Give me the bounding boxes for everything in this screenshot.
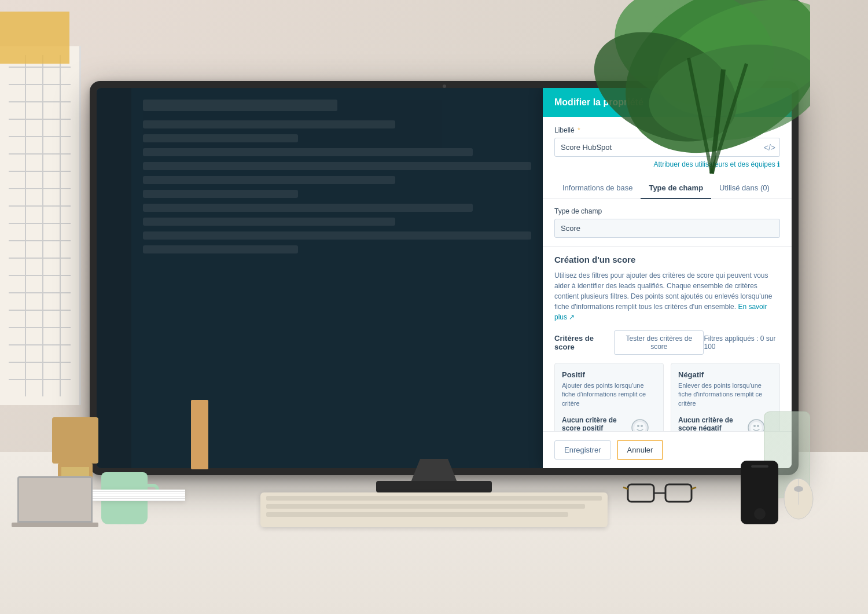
svg-point-10 [637, 425, 639, 427]
sticky-note [0, 12, 69, 64]
eyeglasses [622, 479, 697, 513]
svg-point-15 [753, 425, 756, 427]
criteria-bar: Critères de score Tester des critères de… [554, 330, 780, 355]
plant-decoration [550, 0, 810, 243]
monitor-base [376, 481, 492, 492]
positive-empty-title: Aucun critère de score positif [562, 416, 623, 431]
svg-point-25 [794, 486, 803, 492]
svg-point-16 [757, 425, 759, 427]
laptop [17, 476, 98, 527]
negative-title: Négatif [678, 370, 773, 379]
cancel-button[interactable]: Annuler [617, 440, 664, 460]
negative-empty-state: Aucun critère de score négatif Pour comm… [678, 416, 773, 431]
score-description: Utilisez des filtres pour ajouter des cr… [554, 270, 780, 322]
negative-empty-text: Aucun critère de score négatif Pour comm… [678, 416, 739, 431]
score-title: Création d'un score [554, 255, 780, 264]
criteria-grid: Positif Ajouter des points lorsqu'une fi… [554, 363, 780, 431]
filters-count: Filtres appliqués : 0 sur 100 [704, 334, 780, 351]
positive-empty-text: Aucun critère de score positif Pour comm… [562, 416, 623, 431]
svg-rect-19 [665, 484, 692, 502]
mouse[interactable] [781, 473, 816, 524]
save-button[interactable]: Enregistrer [554, 440, 611, 459]
svg-point-11 [641, 425, 643, 427]
positive-empty-state: Aucun critère de score positif Pour comm… [562, 416, 656, 431]
negative-empty-title: Aucun critère de score négatif [678, 416, 739, 431]
positive-title: Positif [562, 370, 656, 379]
test-criteria-button[interactable]: Tester des critères de score [614, 330, 704, 355]
wooden-box [52, 417, 98, 464]
positive-card: Positif Ajouter des points lorsqu'une fi… [554, 363, 664, 431]
positive-search-illustration [627, 416, 656, 431]
pencils [191, 400, 208, 469]
criteria-label: Critères de score [554, 334, 608, 351]
negative-subtitle: Enlever des points lorsqu'une fiche d'in… [678, 381, 773, 408]
peg-board [0, 46, 81, 405]
keyboard[interactable] [260, 492, 608, 527]
notebook [93, 490, 185, 501]
positive-subtitle: Ajouter des points lorsqu'une fiche d'in… [562, 381, 656, 408]
score-section: Création d'un score Utilisez des filtres… [543, 247, 792, 431]
svg-rect-18 [628, 484, 654, 502]
smartphone [741, 461, 778, 524]
